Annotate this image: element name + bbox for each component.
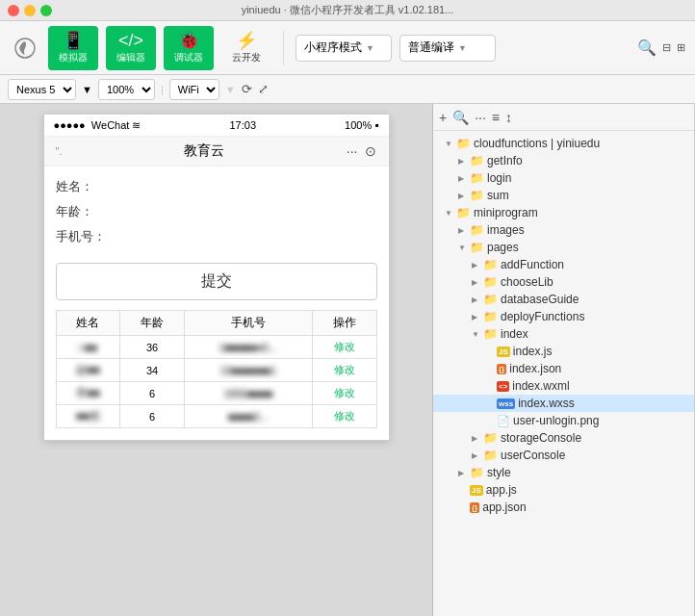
tree-item-label: style (487, 466, 688, 479)
tree-item-index_js[interactable]: JS index.js (433, 343, 694, 360)
cell-name: 李■■ (56, 382, 120, 405)
tree-item-app_json[interactable]: {} app.json (433, 499, 694, 516)
folder-icon: 📁 (483, 258, 498, 271)
tree-item-app_js[interactable]: JS app.js (433, 481, 694, 499)
minimize-button[interactable] (24, 5, 36, 16)
tree-item-label: index.js (513, 345, 688, 358)
device-toolbar: Nexus 5 ▼ 100% | WiFi ▼ ⟳ ⤢ (0, 75, 695, 104)
cell-name: i ■■ (56, 336, 120, 359)
app-title: 教育云 (184, 142, 224, 160)
filetree-list-icon[interactable]: ≡ (492, 110, 500, 125)
cell-action[interactable]: 修改 (313, 359, 376, 382)
editor-button[interactable]: </> 编辑器 (106, 26, 156, 70)
tree-item-index_wxss[interactable]: wss index.wxss (433, 395, 694, 412)
tree-item-label: deployFunctions (501, 310, 688, 323)
cell-name: ■■然 (56, 405, 120, 428)
simulator-button[interactable]: 📱 模拟器 (48, 26, 98, 70)
edit-icon[interactable]: ⊟ (662, 41, 671, 54)
rotate-icon[interactable]: ⟳ (242, 82, 252, 96)
tree-item-deployFunctions[interactable]: ▶ 📁 deployFunctions (433, 308, 694, 325)
wifi-icon: ≋ (132, 119, 141, 131)
tree-item-label: index.wxml (512, 379, 688, 393)
debugger-button[interactable]: 🐞 调试器 (164, 26, 214, 70)
tree-item-index[interactable]: ▼ 📁 index (433, 325, 694, 343)
tree-item-images[interactable]: ▶ 📁 images (433, 221, 694, 239)
submit-button[interactable]: 提交 (56, 263, 377, 300)
cloud-icon: ⚡ (236, 32, 257, 49)
tree-item-chooseLib[interactable]: ▶ 📁 chooseLib (433, 273, 694, 291)
json-icon: {} (470, 502, 479, 513)
tree-item-pages[interactable]: ▼ 📁 pages (433, 239, 694, 256)
toolbar2-divider: ▼ (82, 84, 92, 95)
search-icon[interactable]: 🔍 (637, 38, 656, 57)
mode-select[interactable]: 小程序模式 ▼ (296, 35, 392, 62)
compile-select[interactable]: 普通编译 ▼ (399, 35, 496, 62)
filetree-toolbar: + 🔍 ··· ≡ ↕ (433, 104, 694, 131)
main-content: ●●●●● WeChat ≋ 17:03 100% ▪ ". 教育云 ··· ⊙ (0, 104, 695, 616)
app-logo (10, 33, 40, 64)
table-row: i ■■ 36 1■■■■■●5... 修改 (56, 336, 376, 359)
simulator-icon: 📱 (63, 32, 84, 49)
title-bar: yiniuedu · 微信小程序开发者工具 v1.02.181... (0, 0, 695, 21)
folder-icon: 📁 (483, 310, 498, 323)
cloud-button[interactable]: ⚡ 云开发 (221, 26, 271, 70)
tree-item-label: chooseLib (501, 275, 688, 289)
tree-arrow: ▶ (439, 434, 483, 443)
layout-icon[interactable]: ⊞ (677, 41, 685, 54)
json-icon: {} (497, 364, 506, 374)
tree-item-storageConsole[interactable]: ▶ 📁 storageConsole (433, 429, 694, 447)
tree-item-label: index.wxss (518, 397, 688, 410)
add-file-icon[interactable]: + (439, 110, 447, 125)
folder-icon: 📁 (470, 466, 484, 479)
filetree-sort-icon[interactable]: ↕ (505, 110, 512, 125)
tree-item-label: sum (487, 189, 688, 202)
file-icon: 📄 (497, 415, 510, 427)
tree-item-getInfo[interactable]: ▶ 📁 getInfo (433, 152, 694, 169)
phone-body: 姓名： 年龄： 手机号： 提交 姓名 年龄 手机号 (44, 167, 389, 440)
traffic-lights (8, 5, 52, 16)
cell-action[interactable]: 修改 (313, 405, 376, 428)
folder-icon: 📁 (470, 189, 484, 202)
tree-item-label: addFunction (501, 258, 688, 271)
close-button[interactable] (8, 5, 19, 16)
maximize-button[interactable] (40, 5, 52, 16)
nav-icons: ··· ⊙ (347, 143, 377, 159)
tree-item-index_json[interactable]: {} index.json (433, 360, 694, 377)
tree-item-login[interactable]: ▶ 📁 login (433, 169, 694, 187)
folder-icon: 📁 (483, 449, 498, 462)
main-toolbar: 📱 模拟器 </> 编辑器 🐞 调试器 ⚡ 云开发 小程序模式 ▼ 普通编译 ▼… (0, 21, 695, 75)
wxml-icon: <> (497, 381, 509, 392)
tree-arrow: ▶ (439, 261, 483, 270)
home-icon[interactable]: ⊙ (365, 143, 376, 159)
tree-item-label: app.js (486, 483, 688, 497)
cell-action[interactable]: 修改 (313, 382, 376, 405)
tree-item-addFunction[interactable]: ▶ 📁 addFunction (433, 256, 694, 273)
more-icon[interactable]: ··· (347, 143, 358, 159)
tree-item-userConsole[interactable]: ▶ 📁 userConsole (433, 447, 694, 464)
tree-item-style[interactable]: ▶ 📁 style (433, 464, 694, 481)
age-label: 年龄： (56, 204, 93, 218)
table-row: ■■然 6 ■■■■3... 修改 (56, 405, 376, 428)
filetree-search-icon[interactable]: 🔍 (452, 110, 469, 125)
wxss-icon: wss (497, 398, 515, 409)
tree-item-index_wxml[interactable]: <> index.wxml (433, 377, 694, 395)
tree-item-sum[interactable]: ▶ 📁 sum (433, 187, 694, 204)
table-header-row: 姓名 年龄 手机号 操作 (56, 311, 376, 336)
cell-phone: 1■■■■■●5... (184, 336, 312, 359)
cell-phone: 1856■■■■ (184, 382, 312, 405)
device-select[interactable]: Nexus 5 (8, 79, 76, 100)
zoom-select[interactable]: 100% (98, 79, 155, 100)
editor-icon: </> (118, 32, 143, 49)
cell-action[interactable]: 修改 (313, 336, 376, 359)
tree-item-user_unlogin[interactable]: 📄 user-unlogin.png (433, 412, 694, 429)
tree-item-cloudfunctions[interactable]: ▼ 📁 cloudfunctions | yiniuedu (433, 135, 694, 152)
filetree-more-icon[interactable]: ··· (475, 110, 486, 125)
folder-icon: 📁 (470, 241, 484, 254)
tree-item-miniprogram[interactable]: ▼ 📁 miniprogram (433, 204, 694, 221)
cell-age: 36 (120, 336, 184, 359)
col-header-age: 年龄 (120, 311, 184, 336)
network-select[interactable]: WiFi (169, 79, 219, 100)
tree-item-databaseGuide[interactable]: ▶ 📁 databaseGuide (433, 291, 694, 308)
battery-icon: ▪ (374, 118, 378, 132)
expand-icon[interactable]: ⤢ (258, 82, 269, 96)
